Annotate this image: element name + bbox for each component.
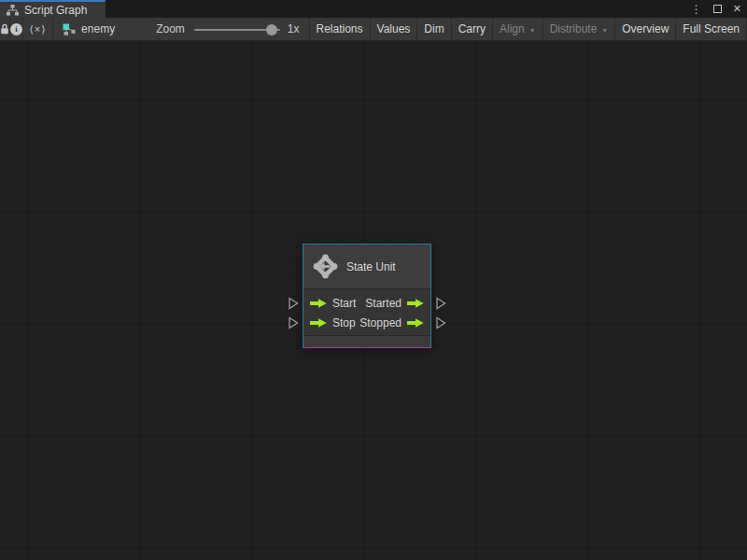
distribute-button-label: Distribute: [550, 22, 598, 35]
full-screen-button-label: Full Screen: [683, 22, 740, 35]
port-input-stop[interactable]: Stop: [309, 316, 356, 329]
port-row: Stop Stopped: [303, 313, 430, 332]
dim-button-label: Dim: [424, 22, 444, 35]
input-connector-stop[interactable]: [288, 316, 299, 329]
distribute-dropdown-button: Distribute ▼: [543, 18, 616, 40]
align-button-label: Align: [500, 22, 525, 35]
input-connector-start[interactable]: [288, 297, 299, 310]
window-controls: ⋮ ✕: [691, 0, 741, 18]
relations-button[interactable]: Relations: [310, 18, 371, 40]
node-ports: Start Started Stop Stopped: [303, 289, 430, 335]
tab-script-graph[interactable]: Script Graph: [0, 0, 106, 18]
relations-button-label: Relations: [317, 22, 363, 35]
dim-button[interactable]: Dim: [417, 18, 451, 40]
port-label: Stopped: [359, 316, 402, 329]
flow-arrow-icon: [406, 317, 425, 329]
lock-icon: [0, 23, 9, 35]
port-output-started[interactable]: Started: [365, 297, 425, 310]
graph-hierarchy-icon: [7, 5, 19, 16]
carry-button-label: Carry: [458, 22, 486, 35]
values-button[interactable]: Values: [371, 18, 418, 40]
chevron-down-icon: ▼: [529, 27, 536, 34]
graph-canvas[interactable]: State Unit Start Started Stop St: [0, 41, 747, 560]
port-row: Start Started: [303, 293, 430, 313]
zoom-label: Zoom: [156, 22, 185, 35]
overview-button[interactable]: Overview: [615, 18, 676, 40]
chevron-down-icon: ▼: [601, 27, 608, 34]
output-connector-stopped[interactable]: [435, 316, 446, 329]
state-unit-icon: [313, 254, 338, 279]
port-input-start[interactable]: Start: [309, 297, 356, 310]
zoom-slider-handle[interactable]: [266, 24, 277, 35]
info-button[interactable]: i: [10, 18, 23, 40]
tab-label: Script Graph: [24, 4, 87, 17]
code-toggle-icon: ⟨×⟩: [30, 23, 47, 35]
maximize-icon[interactable]: [713, 5, 722, 13]
window-tab-bar: Script Graph ⋮ ✕: [0, 0, 747, 18]
port-label: Started: [365, 297, 402, 310]
node-footer: [303, 335, 430, 347]
port-label: Start: [332, 297, 356, 310]
zoom-control-group: Zoom 1x: [115, 18, 309, 40]
port-label: Stop: [332, 316, 356, 329]
state-unit-node[interactable]: State Unit Start Started Stop St: [303, 244, 431, 348]
carry-button[interactable]: Carry: [452, 18, 493, 40]
info-icon: i: [10, 23, 22, 35]
code-toggle-button[interactable]: ⟨×⟩: [23, 18, 53, 40]
zoom-value: 1x: [288, 22, 300, 35]
overview-button-label: Overview: [622, 22, 669, 35]
graph-breadcrumb[interactable]: enemy: [53, 18, 115, 40]
node-title: State Unit: [346, 260, 396, 273]
window-menu-icon[interactable]: ⋮: [691, 4, 702, 15]
graph-name-label: enemy: [81, 22, 115, 35]
flow-arrow-icon: [309, 298, 328, 309]
node-header[interactable]: State Unit: [303, 245, 430, 289]
port-output-stopped[interactable]: Stopped: [359, 316, 425, 329]
close-icon[interactable]: ✕: [733, 4, 741, 14]
full-screen-button[interactable]: Full Screen: [676, 18, 747, 40]
flow-arrow-icon: [309, 317, 328, 329]
lock-button[interactable]: [0, 18, 10, 40]
output-connector-started[interactable]: [435, 297, 446, 310]
graph-toolbar: i ⟨×⟩ enemy Zoom 1x Relations Values Dim…: [0, 18, 747, 41]
values-button-label: Values: [377, 22, 411, 35]
align-dropdown-button: Align ▼: [493, 18, 543, 40]
graph-node-icon: [63, 23, 76, 35]
flow-arrow-icon: [406, 298, 425, 309]
zoom-slider[interactable]: [194, 29, 280, 31]
